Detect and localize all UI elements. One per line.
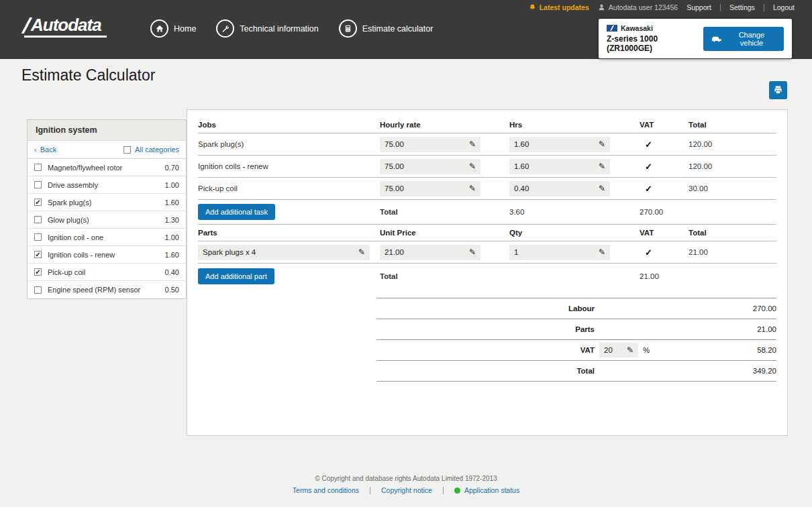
back-chevron-icon: ‹ (34, 146, 37, 154)
grand-total-label: Total (376, 367, 595, 375)
job-option-checkbox[interactable]: ✓ (34, 251, 42, 258)
copyright-notice-link[interactable]: Copyright notice (370, 486, 443, 494)
hourly-rate-field[interactable]: 75.00 ✎ (380, 137, 480, 152)
job-option-row[interactable]: Magneto/flywheel rotor 0.70 (28, 159, 186, 176)
job-option-checkbox[interactable]: ✓ (34, 268, 42, 276)
grand-total-value: 349.20 (753, 367, 776, 375)
application-status-link[interactable]: Application status (444, 486, 530, 494)
all-categories-link[interactable]: All categories (135, 146, 179, 154)
settings-link[interactable]: Settings (729, 3, 755, 11)
kawasaki-brand-icon (607, 25, 617, 32)
job-option-hours: 0.70 (165, 164, 179, 172)
summary-labour-row: Labour 270.00 (376, 298, 776, 319)
jobs-total-label: Total (380, 208, 509, 216)
job-option-label: Engine speed (RPM) sensor (48, 286, 140, 294)
hrs-field[interactable]: 0.40 ✎ (509, 181, 610, 196)
vehicle-make: Kawasaki (621, 24, 653, 32)
part-total: 21.00 (689, 248, 776, 256)
edit-pencil-icon: ✎ (469, 247, 476, 257)
part-name-value: Spark plugs x 4 (203, 248, 256, 256)
estimate-card: Jobs Hourly rate Hrs VAT Total Spark plu… (187, 109, 788, 436)
hrs-field[interactable]: 1.60 ✎ (509, 159, 610, 174)
nav-home[interactable]: Home (150, 19, 196, 38)
home-icon (150, 19, 168, 38)
edit-pencil-icon: ✎ (469, 162, 476, 171)
job-label: Pick-up coil (198, 184, 380, 192)
job-option-checkbox[interactable]: ✓ (34, 199, 42, 206)
hourly-rate-value: 75.00 (385, 162, 404, 170)
job-option-hours: 0.40 (165, 268, 179, 276)
parts-total-label: Total (380, 272, 509, 280)
vat-checkbox[interactable]: ✓ (640, 162, 689, 172)
parts-header: Parts (198, 229, 380, 237)
autodata-logo[interactable]: Autodata (24, 16, 107, 38)
hourly-rate-field[interactable]: 75.00 ✎ (380, 159, 480, 174)
hrs-value: 1.60 (514, 162, 529, 170)
nav-technical-information[interactable]: Technical information (216, 19, 318, 38)
unit-price-field[interactable]: 21.00 ✎ (380, 245, 480, 260)
change-vehicle-button[interactable]: Change vehicle (703, 27, 784, 51)
job-option-checkbox[interactable] (34, 181, 42, 188)
nav-estimate-calculator[interactable]: Estimate calculator (339, 19, 434, 38)
all-categories-checkbox[interactable] (123, 146, 131, 154)
job-option-hours: 0.50 (165, 286, 179, 294)
estimate-summary: Labour 270.00 Parts 21.00 VAT 20 ✎ % 58.… (376, 298, 776, 382)
job-option-hours: 1.60 (165, 251, 179, 259)
job-label: Spark plug(s) (198, 140, 380, 148)
total-header: Total (689, 229, 776, 237)
user-label: Autodata user 123456 (609, 3, 678, 11)
support-link[interactable]: Support (687, 3, 711, 11)
job-option-label: Magneto/flywheel rotor (48, 164, 122, 172)
parts-total-row: Add additional part Total 21.00 (198, 264, 776, 288)
vat-checkbox[interactable]: ✓ (640, 247, 689, 258)
job-option-row[interactable]: Engine speed (RPM) sensor 0.50 (28, 281, 186, 298)
qty-field[interactable]: 1 ✎ (509, 245, 610, 260)
summary-total-row: Total 349.20 (376, 361, 776, 382)
vat-rate-field[interactable]: 20 ✎ (599, 343, 638, 357)
hourly-rate-header: Hourly rate (380, 121, 509, 129)
job-option-row[interactable]: ✓ Spark plug(s) 1.60 (28, 194, 186, 211)
logout-link[interactable]: Logout (773, 3, 795, 11)
job-option-row[interactable]: Drive assembly 1.00 (28, 176, 186, 194)
back-link[interactable]: ‹ Back (34, 146, 56, 154)
job-option-checkbox[interactable] (34, 286, 42, 294)
job-row: Pick-up coil 75.00 ✎ 0.40 ✎ ✓ 30.00 (198, 178, 776, 200)
hourly-rate-field[interactable]: 75.00 ✎ (380, 181, 480, 196)
vat-checkbox[interactable]: ✓ (640, 184, 689, 194)
vat-header: VAT (640, 229, 689, 237)
job-option-checkbox[interactable] (34, 164, 42, 171)
nav-home-label: Home (174, 24, 196, 34)
job-option-checkbox[interactable] (34, 216, 42, 223)
edit-pencil-icon: ✎ (599, 162, 605, 171)
car-icon (711, 35, 723, 42)
percent-sign: % (643, 346, 650, 354)
job-option-row[interactable]: Ignition coil - one 1.00 (28, 229, 186, 246)
calculator-icon (339, 19, 357, 38)
add-additional-task-button[interactable]: Add additional task (198, 204, 275, 220)
latest-updates-link[interactable]: Latest updates (529, 3, 589, 11)
printer-icon (773, 85, 783, 95)
vat-checkbox[interactable]: ✓ (640, 139, 689, 150)
job-option-row[interactable]: ✓ Ignition coils - renew 1.60 (28, 246, 186, 264)
print-button[interactable] (769, 81, 787, 99)
edit-pencil-icon: ✎ (599, 247, 605, 257)
edit-pencil-icon: ✎ (599, 184, 605, 193)
job-option-row[interactable]: ✓ Pick-up coil 0.40 (28, 264, 186, 281)
parts-value: 21.00 (757, 325, 776, 333)
edit-pencil-icon: ✎ (469, 184, 476, 193)
part-name-field[interactable]: Spark plugs x 4 ✎ (198, 245, 370, 260)
hrs-field[interactable]: 1.60 ✎ (509, 137, 610, 152)
hourly-rate-value: 75.00 (385, 184, 404, 192)
job-option-hours: 1.00 (165, 181, 179, 189)
job-option-checkbox[interactable] (34, 233, 42, 241)
add-additional-part-button[interactable]: Add additional part (198, 268, 274, 284)
page-footer: © Copyright and database rights Autodata… (0, 475, 812, 494)
job-option-label: Pick-up coil (48, 268, 85, 276)
parts-header-row: Parts Unit Price Qty VAT Total (198, 225, 776, 241)
labour-value: 270.00 (753, 304, 776, 313)
job-row: Spark plug(s) 75.00 ✎ 1.60 ✎ ✓ 120.00 (198, 133, 776, 156)
summary-parts-row: Parts 21.00 (376, 319, 776, 340)
terms-link[interactable]: Terms and conditions (282, 486, 370, 494)
vat-header: VAT (640, 121, 689, 129)
job-option-row[interactable]: Glow plug(s) 1.30 (28, 211, 186, 229)
